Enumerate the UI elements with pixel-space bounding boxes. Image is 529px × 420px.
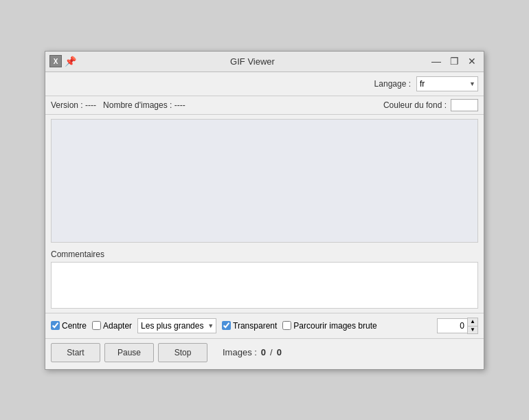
bg-color-picker[interactable] (451, 99, 478, 111)
images-separator: / (270, 347, 273, 357)
app-icon: X (49, 55, 62, 67)
comments-label: Commentaires (45, 247, 484, 261)
stop-button[interactable]: Stop (158, 343, 207, 362)
spinner-up-button[interactable]: ▲ (468, 318, 477, 326)
options-row: Centre Adapter Les plus grandes Original… (45, 313, 484, 338)
size-select-wrapper: Les plus grandes Originale Adapter Étire… (137, 318, 216, 333)
adapter-checkbox[interactable] (92, 321, 101, 330)
close-button[interactable]: ✕ (464, 54, 480, 69)
centre-label: Centre (62, 321, 87, 331)
comments-textarea[interactable] (51, 262, 478, 309)
language-label: Langage : (374, 79, 411, 89)
size-select[interactable]: Les plus grandes Originale Adapter Étire… (137, 318, 216, 333)
info-row: Version : ---- Nombre d'images : ---- Co… (45, 96, 484, 115)
start-button[interactable]: Start (51, 343, 100, 362)
total-images: 0 (277, 347, 282, 357)
maximize-button[interactable]: ❐ (447, 54, 462, 69)
images-label: Images : (223, 347, 257, 357)
version-label: Version : (51, 100, 83, 110)
transparent-label: Transparent (233, 321, 277, 331)
browse-group: Parcourir images brute (282, 321, 376, 331)
centre-checkbox[interactable] (51, 321, 60, 330)
minimize-button[interactable]: — (429, 54, 444, 69)
spinner-group: ▲ ▼ (437, 318, 478, 334)
version-info: Version : ---- Nombre d'images : ---- (51, 100, 185, 110)
window-title: GIF Viewer (76, 56, 429, 67)
main-window: X 📌 GIF Viewer — ❐ ✕ Langage : fr en de … (45, 51, 484, 370)
spinner-down-button[interactable]: ▼ (468, 326, 477, 333)
pause-button[interactable]: Pause (104, 343, 154, 362)
browse-checkbox[interactable] (282, 321, 291, 330)
image-count-label: Nombre d'images : (103, 100, 172, 110)
adapter-group: Adapter (92, 321, 132, 331)
window-controls: — ❐ ✕ (429, 54, 480, 69)
bg-color-info: Couleur du fond : (383, 99, 478, 111)
language-toolbar: Langage : fr en de es (45, 72, 484, 96)
actions-row: Start Pause Stop Images : 0 / 0 (45, 338, 484, 369)
images-info: Images : 0 / 0 (223, 347, 282, 357)
version-value: ---- (85, 100, 96, 110)
image-count-value: ---- (175, 100, 185, 110)
adapter-label: Adapter (103, 321, 132, 331)
spinner-buttons: ▲ ▼ (467, 318, 478, 334)
transparent-group: Transparent (222, 321, 277, 331)
language-select-wrapper: fr en de es (416, 76, 478, 91)
titlebar: X 📌 GIF Viewer — ❐ ✕ (45, 52, 484, 72)
current-image: 0 (261, 347, 266, 357)
preview-area (51, 119, 478, 243)
browse-label: Parcourir images brute (293, 321, 376, 331)
bg-color-label: Couleur du fond : (383, 100, 447, 110)
spinner-input[interactable] (437, 318, 467, 333)
transparent-checkbox[interactable] (222, 321, 231, 330)
language-select[interactable]: fr en de es (416, 76, 478, 91)
centre-group: Centre (51, 321, 87, 331)
pin-icon[interactable]: 📌 (65, 56, 76, 67)
